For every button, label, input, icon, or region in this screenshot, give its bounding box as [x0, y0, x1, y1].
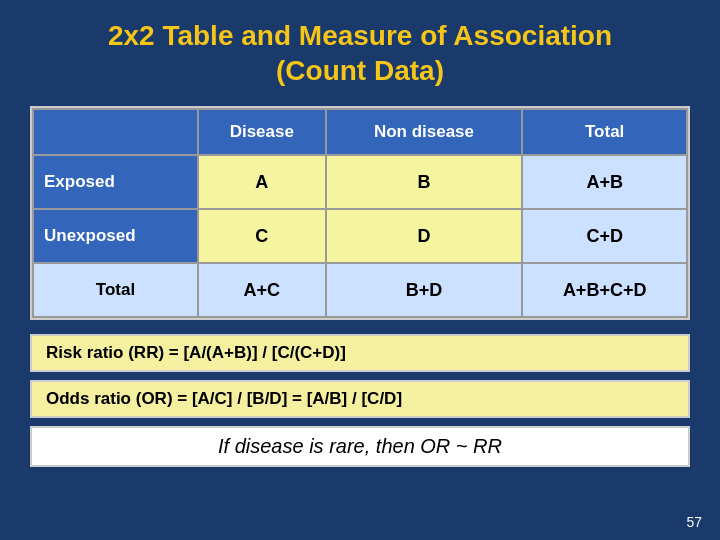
- table-row-total: Total A+C B+D A+B+C+D: [33, 263, 687, 317]
- cell-a: A: [198, 155, 326, 209]
- cell-d: D: [326, 209, 523, 263]
- main-table-wrapper: Disease Non disease Total Exposed A B A+…: [30, 106, 690, 320]
- cell-bd: B+D: [326, 263, 523, 317]
- label-total: Total: [33, 263, 198, 317]
- page-number: 57: [686, 514, 702, 530]
- page-container: 2x2 Table and Measure of Association (Co…: [0, 0, 720, 540]
- rare-disease-note: If disease is rare, then OR ~ RR: [30, 426, 690, 467]
- cell-ac: A+C: [198, 263, 326, 317]
- risk-ratio-formula: Risk ratio (RR) = [A/(A+B)] / [C/(C+D)]: [30, 334, 690, 372]
- odds-ratio-formula: Odds ratio (OR) = [A/C] / [B/D] = [A/B] …: [30, 380, 690, 418]
- header-empty: [33, 109, 198, 155]
- cell-b: B: [326, 155, 523, 209]
- label-unexposed: Unexposed: [33, 209, 198, 263]
- header-non-disease: Non disease: [326, 109, 523, 155]
- cell-c: C: [198, 209, 326, 263]
- label-exposed: Exposed: [33, 155, 198, 209]
- cell-abcd: A+B+C+D: [522, 263, 687, 317]
- page-title: 2x2 Table and Measure of Association (Co…: [108, 18, 612, 88]
- formulas-container: Risk ratio (RR) = [A/(A+B)] / [C/(C+D)] …: [30, 334, 690, 467]
- cell-ab: A+B: [522, 155, 687, 209]
- table-row-exposed: Exposed A B A+B: [33, 155, 687, 209]
- header-disease: Disease: [198, 109, 326, 155]
- header-total: Total: [522, 109, 687, 155]
- cell-cd: C+D: [522, 209, 687, 263]
- table-row-unexposed: Unexposed C D C+D: [33, 209, 687, 263]
- table-header-row: Disease Non disease Total: [33, 109, 687, 155]
- contingency-table: Disease Non disease Total Exposed A B A+…: [32, 108, 688, 318]
